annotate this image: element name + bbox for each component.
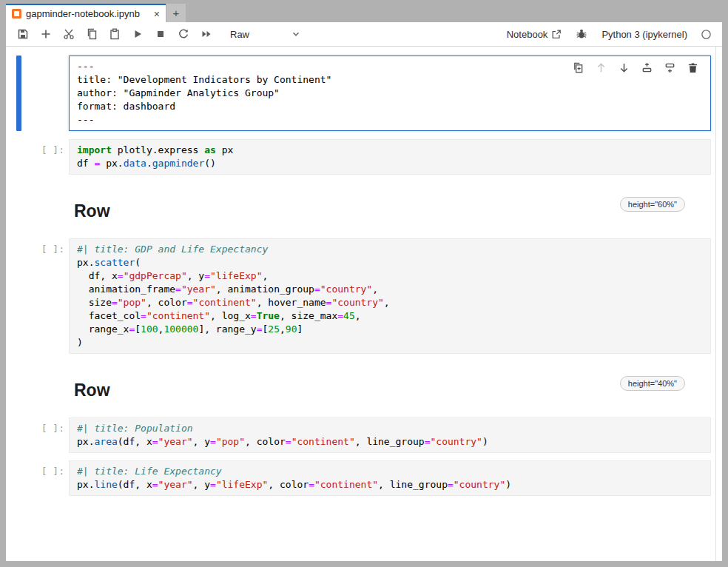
cell-type-value: Raw (230, 29, 249, 40)
move-up-icon[interactable] (595, 61, 607, 73)
code-cell-editor[interactable]: #| title: Life Expectancypx.line(df, x="… (69, 460, 711, 496)
kernel-status-icon (701, 29, 712, 40)
markdown-row-section-2[interactable]: Row height="40%" (6, 373, 715, 416)
paste-cell-icon[interactable] (108, 27, 121, 41)
add-cell-icon[interactable] (39, 27, 53, 41)
notebook-tab[interactable]: gapminder-notebook.ipynb × (6, 4, 166, 22)
raw-cell-frontmatter: ---title: "Development Indicators by Con… (6, 56, 715, 131)
stop-icon[interactable] (154, 27, 167, 41)
delete-cell-icon[interactable] (687, 61, 698, 73)
row-heading: Row (74, 201, 110, 221)
markdown-row-section-1[interactable]: Row height="60%" (6, 194, 715, 237)
save-icon[interactable] (16, 27, 30, 41)
duplicate-cell-icon[interactable] (572, 61, 584, 73)
code-cell-imports: [ ]: import plotly.express as pxdf = px.… (6, 139, 715, 175)
code-cell-life-expectancy: [ ]: #| title: Life Expectancypx.line(df… (6, 460, 715, 496)
active-cell-collapser[interactable] (16, 56, 21, 131)
external-link-icon (551, 29, 562, 39)
insert-below-icon[interactable] (664, 61, 675, 73)
run-icon[interactable] (131, 27, 144, 41)
notebook-panel: ---title: "Development Indicators by Con… (6, 47, 716, 561)
debugger-bug-icon[interactable] (575, 27, 588, 41)
code-cell-editor[interactable]: import plotly.express as pxdf = px.data.… (69, 139, 711, 175)
toolbar-right: Notebook Python 3 (ipykernel) (507, 27, 712, 41)
restart-run-all-icon[interactable] (200, 27, 213, 41)
close-tab-icon[interactable]: × (152, 9, 161, 19)
notebook-content: ---title: "Development Indicators by Con… (6, 47, 722, 561)
tab-bar: gapminder-notebook.ipynb × + (6, 4, 722, 22)
notebook-file-icon (12, 9, 21, 19)
cell-prompt: [ ]: (6, 417, 69, 453)
code-cell-scatter: [ ]: #| title: GDP and Life Expectancypx… (6, 238, 715, 354)
code-cell-editor[interactable]: #| title: Populationpx.area(df, x="year"… (69, 417, 711, 453)
new-tab-button[interactable]: + (166, 4, 186, 22)
cell-toolbar (572, 61, 698, 73)
kernel-name[interactable]: Python 3 (ipykernel) (601, 29, 687, 40)
insert-above-icon[interactable] (641, 61, 653, 73)
code-cell-population: [ ]: #| title: Populationpx.area(df, x="… (6, 417, 715, 453)
cell-prompt: [ ]: (6, 139, 69, 175)
jupyterlab-window: gapminder-notebook.ipynb × + (6, 4, 722, 561)
notebook-mode-button[interactable]: Notebook (507, 29, 562, 40)
move-down-icon[interactable] (618, 61, 630, 73)
cell-prompt: [ ]: (6, 460, 69, 496)
cell-prompt: [ ]: (6, 238, 69, 354)
raw-cell-editor[interactable]: ---title: "Development Indicators by Con… (69, 56, 711, 131)
cell-prompt (6, 56, 69, 131)
restart-kernel-icon[interactable] (177, 27, 190, 41)
row-heading: Row (74, 380, 110, 400)
tab-title: gapminder-notebook.ipynb (26, 8, 152, 19)
height-badge: height="60%" (620, 197, 685, 212)
notebook-toolbar: Raw Notebook Python 3 (ipykernel) (6, 22, 722, 47)
cell-type-dropdown[interactable]: Raw (230, 29, 301, 40)
notebook-mode-label: Notebook (507, 29, 548, 40)
cut-cell-icon[interactable] (62, 27, 75, 41)
chevron-down-icon (291, 29, 301, 39)
code-cell-editor[interactable]: #| title: GDP and Life Expectancypx.scat… (69, 238, 711, 354)
copy-cell-icon[interactable] (85, 27, 98, 41)
height-badge: height="40%" (620, 376, 685, 391)
